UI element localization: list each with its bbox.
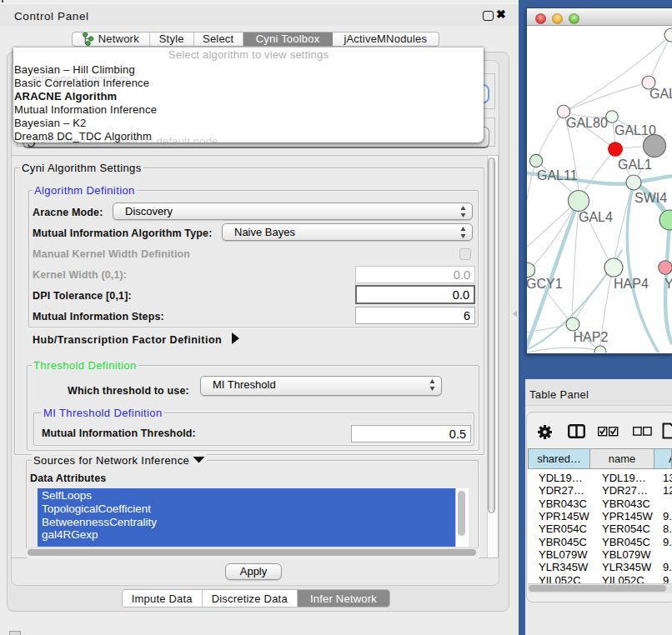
svg-text:GAL1: GAL1 [618, 158, 652, 172]
svg-text:GAL4: GAL4 [579, 210, 613, 224]
svg-text:SWI4: SWI4 [634, 191, 667, 205]
svg-text:GAL80: GAL80 [566, 116, 608, 130]
svg-text:GAL7: GAL7 [649, 87, 672, 101]
svg-text:GAL11: GAL11 [537, 168, 578, 182]
svg-text:YL: YL [664, 277, 672, 291]
svg-text:HAP4: HAP4 [614, 277, 649, 291]
svg-text:GAL10: GAL10 [614, 123, 656, 138]
svg-text:HAP2: HAP2 [574, 330, 609, 344]
svg-text:GCY1: GCY1 [527, 277, 563, 291]
